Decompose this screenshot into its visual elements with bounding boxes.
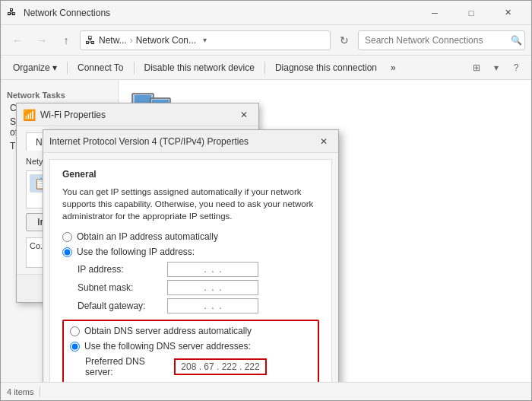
dns-section-highlighted: Obtain DNS server address automatically … [62, 320, 319, 382]
breadcrumb-dropdown[interactable]: ▾ [199, 35, 210, 46]
radio-manual-dns: Use the following DNS server addresses: [70, 341, 312, 352]
maximize-button[interactable]: □ [454, 2, 489, 24]
refresh-button[interactable]: ↻ [334, 30, 355, 51]
manual-ip-label: Use the following IP address: [77, 247, 195, 257]
search-input[interactable] [358, 30, 525, 50]
breadcrumb-sep1: › [130, 35, 133, 46]
manual-dns-label: Use the following DNS server addresses: [84, 341, 251, 352]
window-icon: 🖧 [7, 7, 19, 19]
minimize-button[interactable]: ─ [417, 2, 452, 24]
manual-ip-radio[interactable] [62, 247, 72, 257]
breadcrumb-part1: Netw... [99, 35, 127, 46]
subnet-mask-row: Subnet mask: [78, 280, 319, 295]
auto-ip-radio[interactable] [62, 232, 72, 242]
breadcrumb-part2: Network Con... [136, 35, 196, 46]
view-dropdown-button[interactable]: ▾ [487, 59, 505, 77]
tcp-dialog-title-bar: Internet Protocol Version 4 (TCP/IPv4) P… [43, 130, 338, 153]
radio-auto-dns: Obtain DNS server address automatically [70, 326, 312, 336]
forward-button[interactable]: → [31, 30, 52, 51]
window-controls: ─ □ ✕ [417, 2, 525, 24]
preferred-dns-row: Preferred DNS server: [85, 356, 312, 377]
preferred-dns-input[interactable] [175, 359, 266, 374]
tcp-dialog-close[interactable]: ✕ [315, 133, 332, 150]
title-bar: 🖧 Network Connections ─ □ ✕ [1, 1, 531, 25]
auto-ip-label: Obtain an IP address automatically [77, 231, 218, 242]
auto-dns-label: Obtain DNS server address automatically [84, 326, 252, 336]
tcp-dialog-body: General You can get IP settings assigned… [43, 153, 338, 382]
up-button[interactable]: ↑ [55, 30, 77, 51]
alternate-dns-label: Alternate DNS server: [85, 380, 169, 382]
tcp-description: You can get IP settings assigned automat… [62, 186, 319, 222]
manual-dns-radio[interactable] [70, 342, 80, 352]
wifi-dialog-close[interactable]: ✕ [236, 107, 252, 123]
close-button[interactable]: ✕ [490, 2, 525, 24]
tcp-section-label: General [62, 169, 319, 180]
tcp-dialog-title: Internet Protocol Version 4 (TCP/IPv4) P… [49, 136, 311, 147]
toolbar: Organize ▾ Connect To Disable this netwo… [1, 56, 531, 80]
more-button[interactable]: » [385, 59, 402, 77]
items-count: 4 items [7, 387, 33, 396]
window-title: Network Connections [24, 8, 413, 18]
default-gateway-input[interactable] [167, 298, 258, 313]
breadcrumb-icon: 🖧 [85, 34, 96, 46]
help-button[interactable]: ? [507, 59, 525, 77]
main-window: 🖧 Network Connections ─ □ ✕ ← → ↑ 🖧 Netw… [0, 0, 532, 401]
wifi-dialog-icon: 📶 [23, 109, 36, 121]
default-gateway-label: Default gateway: [78, 301, 161, 311]
tcp-dialog: Internet Protocol Version 4 (TCP/IPv4) P… [43, 129, 339, 382]
address-bar: ← → ↑ 🖧 Netw... › Network Con... ▾ ↻ 🔍 [1, 25, 531, 56]
default-gateway-row: Default gateway: [78, 298, 319, 313]
search-icon-button[interactable]: 🔍 [511, 35, 522, 46]
view-buttons: ⊞ ▾ ? [467, 59, 525, 77]
subnet-mask-input[interactable] [167, 280, 258, 295]
view-grid-button[interactable]: ⊞ [467, 59, 486, 77]
ip-address-input[interactable] [167, 262, 258, 277]
toolbar-sep1 [67, 62, 68, 74]
status-sep [40, 387, 40, 397]
status-bar: 4 items [1, 382, 531, 400]
alternate-dns-row: Alternate DNS server: [85, 380, 312, 382]
radio-manual-ip: Use the following IP address: [62, 247, 319, 257]
preferred-dns-label: Preferred DNS server: [85, 356, 169, 377]
dns-fields: Preferred DNS server: Alternate DNS serv… [85, 356, 312, 382]
toolbar-sep3 [264, 62, 265, 74]
toolbar-sep2 [134, 62, 135, 74]
ip-address-label: IP address: [78, 264, 161, 275]
search-wrapper: 🔍 [358, 30, 525, 50]
organize-button[interactable]: Organize ▾ [7, 59, 63, 77]
auto-dns-radio[interactable] [70, 326, 80, 336]
connect-to-button[interactable]: Connect To [71, 59, 130, 77]
ip-address-row: IP address: [78, 262, 319, 277]
wifi-dialog-title-bar: 📶 Wi-Fi Properties ✕ [17, 103, 258, 126]
back-button[interactable]: ← [7, 30, 28, 51]
content-area: Network Tasks Create new connection Set … [1, 80, 531, 382]
wifi-dialog-title: Wi-Fi Properties [40, 110, 231, 120]
tcp-content-box: General You can get IP settings assigned… [49, 159, 332, 382]
ip-fields: IP address: Subnet mask: Default gateway… [78, 262, 319, 313]
disable-button[interactable]: Disable this network device [138, 59, 261, 77]
diagnose-button[interactable]: Diagnose this connection [269, 59, 383, 77]
radio-auto-ip: Obtain an IP address automatically [62, 231, 319, 242]
panel-section-title: Network Tasks [7, 89, 112, 101]
breadcrumb: 🖧 Netw... › Network Con... ▾ [80, 30, 331, 50]
subnet-mask-label: Subnet mask: [78, 282, 161, 293]
